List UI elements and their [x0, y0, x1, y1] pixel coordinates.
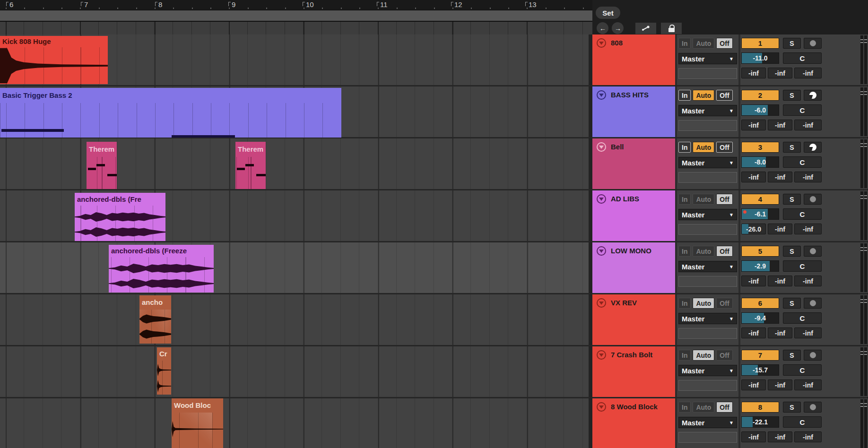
output-sub-routing-box[interactable]	[678, 432, 737, 443]
monitor-auto-button[interactable]: Auto	[693, 90, 714, 101]
track-header[interactable]: VX REV	[592, 294, 675, 345]
fold-arrow-icon[interactable]	[597, 142, 606, 152]
fold-arrow-icon[interactable]	[597, 246, 606, 256]
monitor-off-button[interactable]: Off	[716, 350, 732, 361]
set-button[interactable]: Set	[596, 7, 620, 19]
output-routing-select[interactable]: Master ▼	[678, 313, 737, 324]
pan-field[interactable]: C	[783, 104, 822, 116]
beat-time-ruler[interactable]: 678910111213	[0, 0, 592, 10]
volume-field[interactable]: -15.7	[741, 364, 779, 376]
monitor-in-button[interactable]: In	[678, 298, 691, 309]
output-routing-select[interactable]: Master ▼	[678, 209, 737, 220]
fold-arrow-icon[interactable]	[597, 90, 606, 100]
output-routing-select[interactable]: Master ▼	[678, 365, 737, 376]
monitor-in-button[interactable]: In	[678, 350, 691, 361]
solo-button[interactable]: S	[783, 194, 801, 205]
arm-record-button[interactable]	[804, 194, 822, 205]
volume-field[interactable]: -6.0	[741, 104, 779, 116]
solo-button[interactable]: S	[783, 350, 801, 361]
fold-arrow-icon[interactable]	[597, 38, 606, 48]
track-activator-button[interactable]: 7	[741, 350, 779, 361]
track-activator-button[interactable]: 4	[741, 194, 779, 205]
track-activator-button[interactable]: 6	[741, 298, 779, 309]
output-sub-routing-box[interactable]	[678, 120, 737, 131]
arm-record-button[interactable]	[804, 298, 822, 309]
volume-field[interactable]: -6.1	[741, 208, 779, 220]
arrangement-lane[interactable]: Wood Bloc	[0, 398, 589, 448]
output-sub-routing-box[interactable]	[678, 172, 737, 183]
track-header[interactable]: Bell	[592, 138, 675, 189]
volume-field[interactable]: -9.4	[741, 312, 779, 324]
output-routing-select[interactable]: Master ▼	[678, 105, 737, 116]
arrangement-lane[interactable]: anchored-dbls (Freeze	[0, 242, 589, 293]
fold-arrow-icon[interactable]	[597, 350, 606, 360]
monitor-in-button[interactable]: In	[678, 38, 691, 49]
arm-record-button[interactable]	[804, 350, 822, 361]
output-sub-routing-box[interactable]	[678, 328, 737, 339]
output-sub-routing-box[interactable]	[678, 224, 737, 235]
fold-arrow-icon[interactable]	[597, 402, 606, 412]
clip[interactable]: Basic Trigger Bass 2	[0, 88, 341, 138]
clip[interactable]: anchored-dbls (Fre	[75, 193, 165, 241]
track-activator-button[interactable]: 8	[741, 402, 779, 413]
output-sub-routing-box[interactable]	[678, 380, 737, 391]
track-header[interactable]: 7 Crash Bolt	[592, 346, 675, 397]
pan-field[interactable]: C	[783, 156, 822, 168]
track-activator-button[interactable]: 1	[741, 38, 779, 49]
fold-arrow-icon[interactable]	[597, 194, 606, 204]
pan-field[interactable]: C	[783, 312, 822, 324]
arm-record-button[interactable]	[804, 38, 822, 49]
solo-button[interactable]: S	[783, 402, 801, 413]
monitor-auto-button[interactable]: Auto	[693, 38, 714, 49]
track-header[interactable]: BASS HITS	[592, 86, 675, 137]
monitor-auto-button[interactable]: Auto	[693, 298, 714, 309]
monitor-in-button[interactable]: In	[678, 194, 691, 205]
output-routing-select[interactable]: Master ▼	[678, 53, 737, 64]
track-activator-button[interactable]: 5	[741, 246, 779, 257]
monitor-in-button[interactable]: In	[678, 90, 691, 101]
output-routing-select[interactable]: Master ▼	[678, 417, 737, 428]
monitor-in-button[interactable]: In	[678, 142, 691, 153]
output-sub-routing-box[interactable]	[678, 276, 737, 287]
clip[interactable]: Kick 808 Huge	[0, 36, 108, 84]
track-header[interactable]: 8 Wood Block	[592, 398, 675, 448]
scrub-area[interactable]	[0, 10, 592, 22]
clip[interactable]: Cr	[157, 347, 171, 395]
monitor-off-button[interactable]: Off	[716, 246, 732, 257]
monitor-auto-button[interactable]: Auto	[693, 402, 714, 413]
arrangement-lane[interactable]: TheremTherem	[0, 138, 589, 189]
clip[interactable]: anchored-dbls (Freeze	[109, 245, 214, 293]
arrangement-lane[interactable]: ancho	[0, 294, 589, 345]
forward-arrow-button[interactable]: →	[612, 22, 624, 34]
monitor-auto-button[interactable]: Auto	[693, 350, 714, 361]
monitor-off-button[interactable]: Off	[716, 90, 732, 101]
solo-button[interactable]: S	[783, 142, 801, 153]
track-header[interactable]: LOW MONO	[592, 242, 675, 293]
clip[interactable]: Wood Bloc	[172, 398, 223, 448]
monitor-auto-button[interactable]: Auto	[693, 142, 714, 153]
monitor-in-button[interactable]: In	[678, 246, 691, 257]
monitor-off-button[interactable]: Off	[716, 298, 732, 309]
monitor-auto-button[interactable]: Auto	[693, 194, 714, 205]
monitor-off-button[interactable]: Off	[716, 142, 732, 153]
solo-button[interactable]: S	[783, 246, 801, 257]
pan-field[interactable]: C	[783, 260, 822, 272]
arm-record-button[interactable]	[804, 246, 822, 257]
track-header[interactable]: 808	[592, 34, 675, 85]
pan-field[interactable]: C	[783, 416, 822, 428]
arrangement-lane[interactable]: Basic Trigger Bass 2	[0, 86, 589, 137]
automation-link-button[interactable]	[635, 23, 656, 34]
arrangement-lane[interactable]: Kick 808 Huge	[0, 34, 589, 85]
output-routing-select[interactable]: Master ▼	[678, 261, 737, 272]
volume-field[interactable]: -22.1	[741, 416, 779, 428]
pan-field[interactable]: C	[783, 52, 822, 64]
track-activator-button[interactable]: 3	[741, 142, 779, 153]
monitor-in-button[interactable]: In	[678, 402, 691, 413]
loop-strip[interactable]	[0, 22, 592, 35]
clip[interactable]: ancho	[139, 295, 171, 344]
track-activator-button[interactable]: 2	[741, 90, 779, 101]
output-routing-select[interactable]: Master ▼	[678, 157, 737, 168]
solo-button[interactable]: S	[783, 298, 801, 309]
clip[interactable]: Therem	[87, 142, 117, 189]
arm-record-button[interactable]	[804, 90, 822, 101]
